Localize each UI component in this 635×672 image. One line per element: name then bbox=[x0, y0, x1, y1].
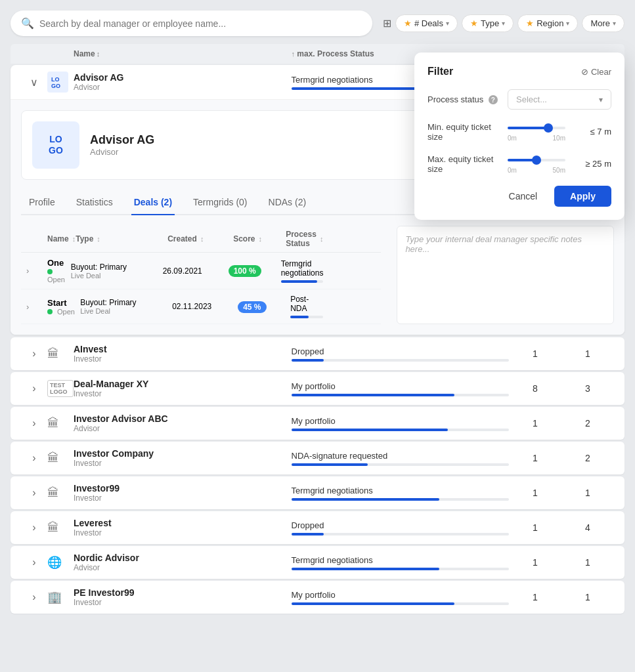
deal-one-created: 26.09.2021 bbox=[163, 266, 229, 276]
max-equity-slider[interactable]: 0m 50m bbox=[508, 154, 565, 174]
row-col4-investor99: 1 bbox=[561, 488, 614, 498]
search-input[interactable] bbox=[39, 18, 362, 29]
filter-chip-region[interactable]: ★ Region ▾ bbox=[517, 14, 578, 32]
search-icon: 🔍 bbox=[21, 17, 34, 30]
cancel-button[interactable]: Cancel bbox=[498, 186, 548, 207]
list-row-ainvest: › 🏛 AInvest Investor Dropped 1 1 bbox=[11, 337, 624, 370]
row-status-investor-company: NDA-signature requested bbox=[292, 451, 510, 461]
min-equity-slider[interactable]: 0m 10m bbox=[508, 121, 565, 142]
filter-chip-more[interactable]: More ▾ bbox=[582, 14, 624, 32]
clear-label: Clear bbox=[591, 67, 611, 77]
sort-icon-name: ↕ bbox=[97, 50, 100, 58]
chevron-icon-region: ▾ bbox=[566, 20, 569, 27]
row-col3-investor99: 1 bbox=[509, 488, 561, 498]
help-icon[interactable]: ? bbox=[489, 95, 498, 104]
row-name-cell: Advisor AG Advisor bbox=[74, 72, 292, 92]
expand-btn-investor99[interactable]: › bbox=[21, 487, 47, 499]
entity-card-logo: LOGO bbox=[32, 121, 79, 169]
inner-table-header: Name ↕ Type ↕ Created ↕ Score ↕ Process bbox=[21, 226, 381, 253]
row-col4-pe-investor99: 1 bbox=[561, 592, 614, 602]
deal-expand-one[interactable]: › bbox=[26, 266, 47, 276]
row-type-nordic-advisor: Advisor bbox=[74, 563, 292, 572]
icon-investor-advisor-abc: 🏛 bbox=[47, 417, 74, 430]
svg-text:GO: GO bbox=[51, 83, 60, 89]
expand-btn-leverest[interactable]: › bbox=[21, 522, 47, 534]
row-col3-leverest: 1 bbox=[509, 522, 561, 533]
row-name-ainvest: AInvest bbox=[74, 344, 292, 354]
search-bar: 🔍 bbox=[11, 10, 372, 36]
row-col3-investor-advisor-abc: 1 bbox=[509, 418, 561, 429]
filter-clear-icon: ⊘ bbox=[581, 67, 588, 77]
row-name-pe-investor99: PE Investor99 bbox=[74, 587, 292, 598]
filter-chip-type[interactable]: ★ Type ▾ bbox=[462, 14, 514, 32]
expand-btn-nordic-advisor[interactable]: › bbox=[21, 556, 47, 568]
tab-statistics[interactable]: Statistics bbox=[74, 190, 116, 215]
chip-label-type: Type bbox=[481, 18, 499, 28]
filter-funnel-icon[interactable]: ⊞ bbox=[383, 17, 391, 30]
expand-btn-investor-advisor-abc[interactable]: › bbox=[21, 417, 47, 429]
deal-expand-start[interactable]: › bbox=[26, 302, 47, 312]
process-status-select[interactable]: Select... ▾ bbox=[508, 89, 611, 110]
inner-col-process-status[interactable]: Process Status ↕ bbox=[286, 230, 323, 248]
list-row-investor-advisor-abc: › 🏛 Investor Advisor ABC Advisor My port… bbox=[11, 407, 624, 440]
apply-button[interactable]: Apply bbox=[554, 186, 611, 207]
notes-area[interactable]: Type your internal deal manager specific… bbox=[397, 226, 614, 324]
select-placeholder: Select... bbox=[516, 94, 547, 104]
row-status-investor99: Termgrid negotiations bbox=[292, 486, 510, 495]
expand-btn-investor-company[interactable]: › bbox=[21, 452, 47, 464]
list-row-deal-manager-xy: › TEST LOGO Deal-Manager XY Investor My … bbox=[11, 372, 624, 405]
entity-type: Advisor bbox=[74, 83, 292, 92]
expand-button-advisor-ag[interactable]: ∨ bbox=[21, 76, 47, 89]
filter-chip-deals[interactable]: ★ # Deals ▾ bbox=[395, 14, 458, 32]
slider-thumb-min[interactable] bbox=[544, 123, 553, 133]
inner-col-name[interactable]: Name ↕ bbox=[47, 234, 76, 243]
deal-start-type: Buyout: Primary bbox=[80, 298, 172, 307]
entity-card-type: Advisor bbox=[90, 147, 154, 157]
icon-leverest: 🏛 bbox=[47, 521, 74, 535]
chip-label-more: More bbox=[590, 18, 610, 28]
expand-btn-ainvest[interactable]: › bbox=[21, 348, 47, 360]
svg-text:LO: LO bbox=[51, 76, 60, 83]
row-name-leverest: Leverest bbox=[74, 518, 292, 528]
icon-pe-investor99: 🏢 bbox=[47, 590, 74, 604]
tab-termgrids[interactable]: Termgrids (0) bbox=[190, 190, 250, 215]
icon-deal-manager-xy: TEST LOGO bbox=[47, 380, 74, 397]
tab-deals[interactable]: Deals (2) bbox=[131, 190, 175, 215]
clear-button[interactable]: ⊘ Clear bbox=[581, 67, 611, 77]
inner-col-score[interactable]: Score ↕ bbox=[233, 234, 286, 243]
row-name-deal-manager-xy: Deal-Manager XY bbox=[74, 379, 292, 389]
max-equity-label: Max. equity ticket size bbox=[427, 154, 500, 174]
expand-btn-deal-manager-xy[interactable]: › bbox=[21, 383, 47, 394]
expand-btn-pe-investor99[interactable]: › bbox=[21, 591, 47, 603]
tab-ndas[interactable]: NDAs (2) bbox=[266, 190, 309, 215]
deal-start-subtype: Live Deal bbox=[80, 307, 172, 315]
slider-track-min bbox=[508, 127, 565, 129]
inner-col-created[interactable]: Created ↕ bbox=[167, 234, 233, 243]
tab-termgrids-label: Termgrids (0) bbox=[193, 197, 247, 207]
row-type-ainvest: Investor bbox=[74, 354, 292, 364]
deal-start-status: Open bbox=[57, 308, 75, 316]
deal-one-type: Buyout: Primary bbox=[71, 262, 163, 272]
tab-statistics-label: Statistics bbox=[76, 197, 113, 207]
star-icon-type: ★ bbox=[470, 18, 478, 28]
deal-one-process-status: Termgrid negotiations bbox=[281, 259, 324, 278]
deal-one-score: 100 % bbox=[229, 265, 261, 277]
tab-ndas-label: NDAs (2) bbox=[269, 197, 307, 207]
col-name-header[interactable]: Name ↕ bbox=[74, 49, 292, 58]
row-col4-nordic-advisor: 1 bbox=[561, 557, 614, 568]
row-col4-investor-advisor-abc: 2 bbox=[561, 418, 614, 429]
filter-actions: Cancel Apply bbox=[427, 186, 611, 207]
slider-thumb-max[interactable] bbox=[532, 156, 541, 165]
process-status-filter-label: Process status ? bbox=[427, 94, 500, 105]
inner-col-type[interactable]: Type ↕ bbox=[76, 234, 167, 243]
list-row-investor99: › 🏛 Investor99 Investor Termgrid negotia… bbox=[11, 476, 624, 509]
list-row-leverest: › 🏛 Leverest Investor Dropped 1 4 bbox=[11, 511, 624, 544]
list-rows: › 🏛 AInvest Investor Dropped 1 1 › TEST … bbox=[11, 337, 624, 614]
row-name-investor99: Investor99 bbox=[74, 483, 292, 494]
row-col4-deal-manager-xy: 3 bbox=[561, 383, 614, 394]
tab-profile[interactable]: Profile bbox=[26, 190, 58, 215]
slider-track-max bbox=[508, 159, 565, 161]
min-equity-value: ≤ 7 m bbox=[579, 127, 611, 136]
filter-panel: Filter ⊘ Clear Process status ? Select..… bbox=[414, 52, 624, 220]
row-col4-ainvest: 1 bbox=[561, 348, 614, 359]
